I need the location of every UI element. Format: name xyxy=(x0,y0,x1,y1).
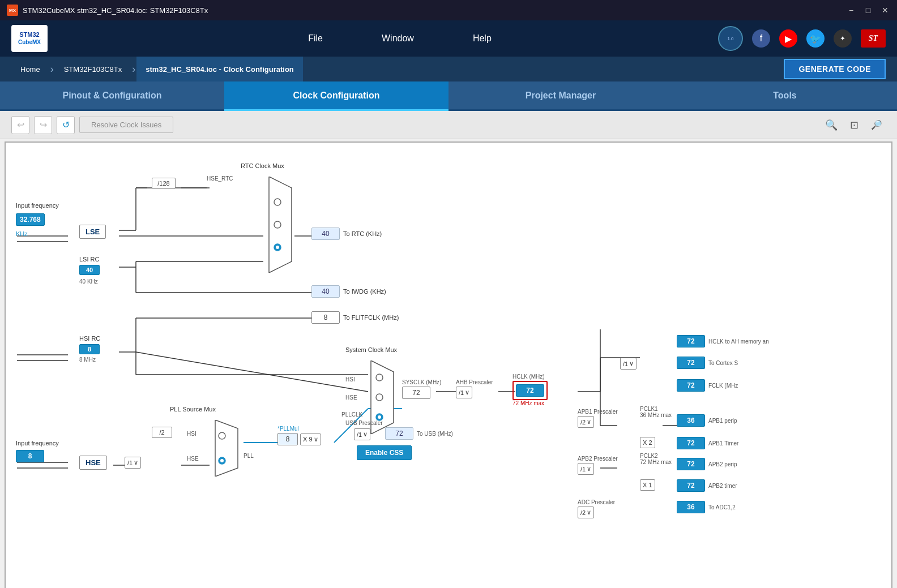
pclk2-section: PCLK2 72 MHz max xyxy=(640,453,672,465)
pllclk-mux-label: PLLCLK xyxy=(341,409,362,419)
svg-point-44 xyxy=(276,246,279,249)
div2-box[interactable]: /2 xyxy=(152,427,172,438)
x1-select[interactable]: X 1 xyxy=(640,479,655,491)
svg-marker-50 xyxy=(215,420,238,477)
apb1-timer-x2: X 2 xyxy=(640,437,655,448)
version-badge: 1.0 xyxy=(718,26,743,51)
minimize-button[interactable]: − xyxy=(846,5,856,15)
usb-div-select[interactable]: /1 ∨ xyxy=(354,428,370,440)
hsi-rc-label: HSI RC xyxy=(79,335,100,342)
ahb-prescaler-select[interactable]: /1 ∨ xyxy=(456,387,472,398)
twitter-icon[interactable]: 🐦 xyxy=(806,29,825,48)
apb1-prescaler-select[interactable]: /2 ∨ xyxy=(578,416,594,428)
svg-point-46 xyxy=(376,374,383,381)
hse-div1-select[interactable]: /1 ∨ xyxy=(125,457,141,469)
file-menu[interactable]: File xyxy=(301,29,330,48)
hsi-mux-label: HSI xyxy=(345,374,355,384)
lse-block[interactable]: LSE xyxy=(79,225,106,239)
svg-point-47 xyxy=(376,394,383,401)
fit-screen-button[interactable]: ⊡ xyxy=(845,116,863,134)
window-controls: − □ ✕ xyxy=(846,5,890,15)
tab-bar: Pinout & Configuration Clock Configurati… xyxy=(0,81,897,111)
stm32cubemx-logo: STM32 CubeMX xyxy=(11,25,48,52)
hse-freq-input[interactable]: 8 xyxy=(16,450,44,462)
tab-clock[interactable]: Clock Configuration xyxy=(224,81,448,111)
zoom-in-button[interactable]: 🔍 xyxy=(822,116,840,134)
apb2-timer-x1: X 1 xyxy=(640,479,655,491)
window-menu[interactable]: Window xyxy=(375,29,421,48)
x2-select[interactable]: X 2 xyxy=(640,437,655,448)
close-button[interactable]: ✕ xyxy=(880,5,890,15)
breadcrumb-bar: Home › STM32F103C8Tx › stm32_HC_SR04.ioc… xyxy=(0,57,897,81)
lsi-khz-label: 40 KHz xyxy=(79,278,98,285)
titlebar: MX STM32CubeMX stm32_HC_SR04.ioc: STM32F… xyxy=(0,0,897,20)
redo-button[interactable]: ↪ xyxy=(34,116,52,134)
zoom-out-button[interactable]: 🔎 xyxy=(868,116,886,134)
enable-css-button[interactable]: Enable CSS xyxy=(357,445,412,460)
svg-point-51 xyxy=(219,432,225,439)
generate-code-button[interactable]: GENERATE CODE xyxy=(784,59,886,79)
hsi-value-box[interactable]: 8 xyxy=(79,344,100,354)
lsi-value-box[interactable]: 40 xyxy=(79,264,100,275)
pllmul-select[interactable]: X 9 ∨ xyxy=(300,434,321,445)
lse-unit-label: KHz xyxy=(16,230,28,237)
maximize-button[interactable]: □ xyxy=(863,5,873,15)
breadcrumb-mcu[interactable]: STM32F103C8Tx xyxy=(55,57,131,81)
rtc-output: 40 To RTC (KHz) xyxy=(311,228,382,240)
menu-items: File Window Help xyxy=(82,29,718,48)
div128-box[interactable]: /128 xyxy=(152,178,176,189)
hse-mux-label: HSE xyxy=(345,392,357,402)
breadcrumb-arrow-1: › xyxy=(50,63,54,75)
ahb-prescaler-section: AHB Prescaler /1 ∨ xyxy=(456,379,493,398)
svg-point-42 xyxy=(274,221,281,228)
apb2-prescaler-select[interactable]: /1 ∨ xyxy=(578,463,594,475)
fclk-output: 72 FCLK (MHz xyxy=(677,379,738,392)
hse-block[interactable]: HSE xyxy=(79,456,107,470)
wires-overlay xyxy=(6,143,891,588)
pll-source-label: PLL Source Mux xyxy=(170,406,216,413)
apb2-timer-output: 72 APB2 timer xyxy=(677,479,737,492)
apb2-peri-output: 72 APB2 perip xyxy=(677,458,737,470)
hclk-section: HCLK (MHz) 72 72 MHz max xyxy=(512,374,548,406)
rtc-mux-label: RTC Clock Mux xyxy=(241,162,284,169)
svg-line-21 xyxy=(136,352,368,392)
refresh-button[interactable]: ↺ xyxy=(57,116,75,134)
svg-point-41 xyxy=(274,199,281,205)
hse-rtc-label: HSE_RTC xyxy=(207,175,233,182)
flitf-output: 8 To FLITFCLK (MHz) xyxy=(311,311,399,324)
apb1-timer-output: 72 APB1 Timer xyxy=(677,437,738,449)
hsi-pll-label: HSI xyxy=(187,428,197,438)
hsi-mhz-label: 8 MHz xyxy=(79,357,96,363)
resolve-clock-button[interactable]: Resolve Clock Issues xyxy=(79,117,173,133)
facebook-icon[interactable]: f xyxy=(752,29,770,48)
undo-button[interactable]: ↩ xyxy=(11,116,29,134)
pclk1-section: PCLK1 36 MHz max xyxy=(640,406,672,418)
tab-pinout[interactable]: Pinout & Configuration xyxy=(0,81,224,111)
tab-tools[interactable]: Tools xyxy=(673,81,897,111)
pllmul-section: *PLLMul 8 X 9 ∨ xyxy=(277,426,321,445)
help-menu[interactable]: Help xyxy=(466,29,498,48)
adc-prescaler-select[interactable]: /2 ∨ xyxy=(578,507,594,518)
cortex-output: 72 To Cortex S xyxy=(677,357,738,369)
breadcrumb-file[interactable]: stm32_HC_SR04.ioc - Clock Configuration xyxy=(136,57,303,81)
tab-project[interactable]: Project Manager xyxy=(448,81,673,111)
usb-output: 72 To USB (MHz) xyxy=(385,427,453,440)
breadcrumb-arrow-2: › xyxy=(132,63,135,75)
st-brand-icon: ST xyxy=(861,29,886,48)
adc-output: 36 To ADC1,2 xyxy=(677,501,736,513)
lse-freq-input[interactable]: 32.768 xyxy=(16,213,45,226)
rtc-mux-shape xyxy=(263,177,297,273)
sysclk-section: SYSCLK (MHz) 72 xyxy=(402,379,441,399)
adc-prescaler-section: ADC Prescaler /2 ∨ xyxy=(578,499,615,518)
menubar: STM32 CubeMX File Window Help 1.0 f ▶ 🐦 … xyxy=(0,20,897,57)
svg-point-53 xyxy=(220,459,224,462)
network-icon[interactable]: ✦ xyxy=(834,29,852,48)
div1-right-select[interactable]: /1 ∨ xyxy=(620,358,637,370)
breadcrumb-home[interactable]: Home xyxy=(11,57,49,81)
svg-point-49 xyxy=(378,415,381,419)
youtube-icon[interactable]: ▶ xyxy=(779,29,797,48)
toolbar: ↩ ↪ ↺ Resolve Clock Issues 🔍 ⊡ 🔎 xyxy=(0,111,897,139)
social-icons: 1.0 f ▶ 🐦 ✦ ST xyxy=(718,26,886,51)
apb1-prescaler-section: APB1 Prescaler /2 ∨ xyxy=(578,409,618,428)
clock-diagram-canvas[interactable]: Input frequency 32.768 KHz LSE LSI RC 40… xyxy=(5,141,892,588)
